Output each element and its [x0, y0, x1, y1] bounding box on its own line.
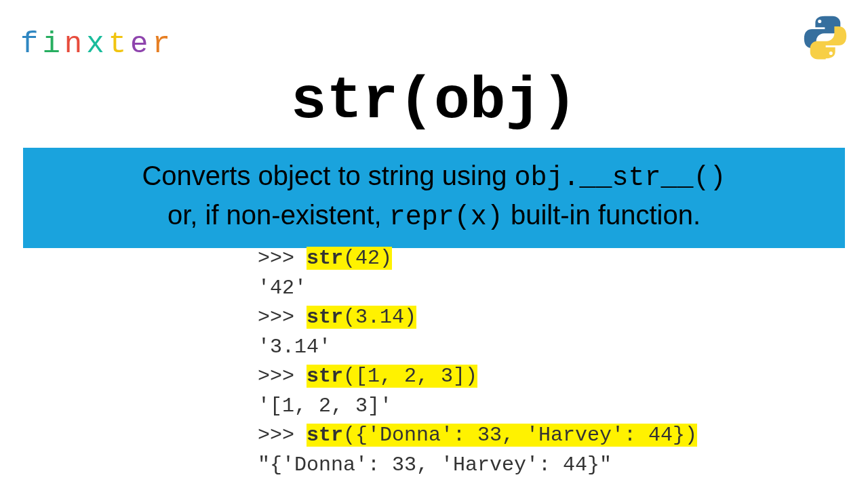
code-line: "{'Donna': 33, 'Harvey': 44}": [258, 451, 697, 481]
desc-text-2: or, if non-existent,: [167, 200, 389, 230]
desc-text-3: built-in function.: [503, 200, 701, 230]
logo-letter: f: [20, 27, 42, 61]
logo-letter: e: [130, 27, 152, 61]
code-line: >>> str(3.14): [258, 303, 697, 333]
python-logo-icon: [802, 14, 849, 61]
logo-letter: r: [152, 27, 174, 61]
svg-point-0: [818, 20, 821, 23]
description-bar: Converts object to string using obj.__st…: [23, 148, 845, 248]
code-line: >>> str({'Donna': 33, 'Harvey': 44}): [258, 421, 697, 451]
code-line: '[1, 2, 3]': [258, 392, 697, 422]
finxter-logo: finxter: [20, 27, 174, 61]
logo-letter: x: [86, 27, 108, 61]
logo-letter: n: [64, 27, 86, 61]
logo-letter: t: [108, 27, 130, 61]
code-line: >>> str([1, 2, 3]): [258, 362, 697, 392]
code-line: '42': [258, 274, 697, 304]
code-block: >>> str(42)'42'>>> str(3.14)'3.14'>>> st…: [258, 244, 697, 480]
code-line: '3.14': [258, 333, 697, 363]
slide: finxter str(obj) Converts object to stri…: [0, 0, 868, 488]
desc-text-1: Converts object to string using: [142, 161, 514, 190]
logo-letter: i: [42, 27, 64, 61]
code-line: >>> str(42): [258, 244, 697, 274]
desc-code-1: obj.__str__(): [515, 163, 726, 193]
svg-point-1: [829, 52, 833, 55]
page-title: str(obj): [0, 68, 868, 135]
desc-code-2: repr(x): [389, 202, 503, 232]
